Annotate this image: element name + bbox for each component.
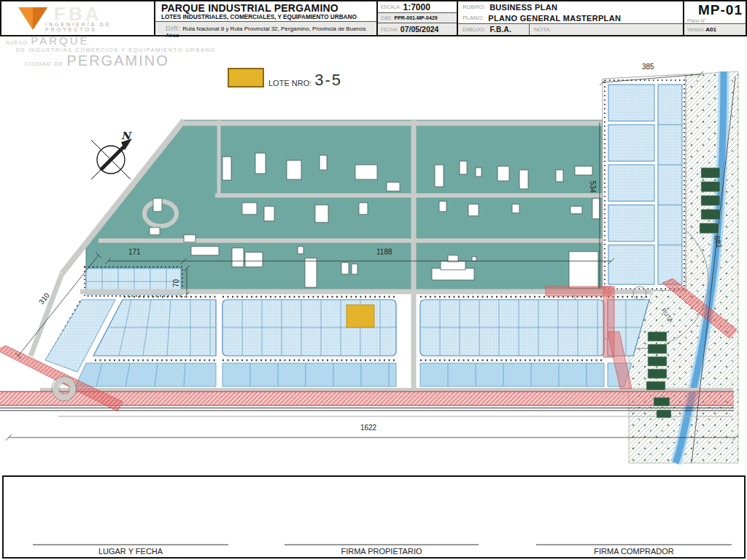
project-subtitle: LOTES INDUSTRIALES, COMERCIALES, Y EQUIP… xyxy=(155,14,376,22)
dir-label: DIR: xyxy=(166,24,181,32)
lugar-label: LUGAR Y FECHA xyxy=(33,547,228,556)
north-compass-icon xyxy=(91,139,132,179)
escala-value: 1:7000 xyxy=(403,2,430,12)
version-value: A01 xyxy=(705,26,716,33)
cad-label: CAD: xyxy=(381,15,392,20)
rubro-row: RUBRO: BUSINESS PLAN xyxy=(458,1,683,12)
fecha-row: FECHA: 07/05/2024 xyxy=(378,23,457,35)
sheet-number-label: Plano N° xyxy=(684,18,746,24)
dibujo-value: F.B.A. xyxy=(490,26,512,34)
propietario-label: FIRMA PROPIETARIO xyxy=(285,547,479,556)
plano-value: PLANO GENERAL MASTERPLAN xyxy=(488,14,621,23)
logo-cell: FBA INGENIERÍA DE PROYECTOS xyxy=(1,1,155,35)
dim-1188: 1188 xyxy=(376,248,392,256)
fecha-value: 07/05/2024 xyxy=(400,25,439,34)
highlighted-lot-3-5 xyxy=(347,305,374,327)
sheet-number: MP-01 xyxy=(684,1,746,18)
sheet-cell: MP-01 Plano N° Version A01 xyxy=(684,1,746,35)
dibujo-nota-row: DIBUJO: F.B.A. NOTA: xyxy=(458,23,683,35)
title-block: FBA INGENIERÍA DE PROYECTOS PARQUE INDUS… xyxy=(0,0,747,36)
dim-385: 385 xyxy=(642,63,654,71)
sheet-version-row: Version A01 xyxy=(684,24,746,35)
escala-row: ESCALA: 1:7000 xyxy=(378,1,457,13)
project-cell: PARQUE INDUSTRIAL PERGAMINO LOTES INDUST… xyxy=(155,1,378,35)
meta-cell: ESCALA: 1:7000 CAD: PPR-001-MP-0429 FECH… xyxy=(378,1,458,35)
rubro-value: BUSINESS PLAN xyxy=(489,3,557,12)
lot-band-lower xyxy=(75,363,632,386)
masterplan-drawing xyxy=(0,36,747,474)
lugar-line xyxy=(33,544,228,545)
dim-171: 171 xyxy=(128,248,141,256)
project-address-row: DIR: Ruta Nacional 8 y Ruta Provincial 3… xyxy=(155,22,376,34)
signature-box xyxy=(2,475,746,559)
comprador-label: FIRMA COMPRADOR xyxy=(536,547,732,556)
dim-1622: 1622 xyxy=(343,424,394,432)
propietario-line xyxy=(285,544,479,545)
cad-value: PPR-001-MP-0429 xyxy=(395,15,438,20)
project-title: PARQUE INDUSTRIAL PERGAMINO xyxy=(155,1,376,14)
lot-band-upper xyxy=(93,300,649,356)
dim-70: 70 xyxy=(172,279,180,287)
dim-534: 534 xyxy=(589,181,597,193)
dibujo-label: DIBUJO: xyxy=(462,26,486,33)
cad-row: CAD: PPR-001-MP-0429 xyxy=(378,13,457,23)
plano-label: PLANO: xyxy=(462,15,484,21)
version-label: Version xyxy=(687,27,704,32)
nota-cell: NOTA: xyxy=(530,24,556,35)
rubro-label: RUBRO: xyxy=(462,4,485,10)
company-logo-icon xyxy=(18,6,48,32)
info-cell: RUBRO: BUSINESS PLAN PLANO: PLANO GENERA… xyxy=(458,1,684,35)
comprador-line xyxy=(536,544,732,545)
logo-tagline: INGENIERÍA DE PROYECTOS xyxy=(45,22,154,32)
escala-label: ESCALA: xyxy=(381,4,400,9)
north-label: N xyxy=(121,130,131,141)
fecha-label: FECHA: xyxy=(381,27,398,32)
nota-label: NOTA: xyxy=(534,26,551,33)
plano-row: PLANO: PLANO GENERAL MASTERPLAN xyxy=(458,12,683,23)
top-right-lot-block xyxy=(603,74,686,290)
dibujo-cell: DIBUJO: F.B.A. xyxy=(458,24,530,35)
